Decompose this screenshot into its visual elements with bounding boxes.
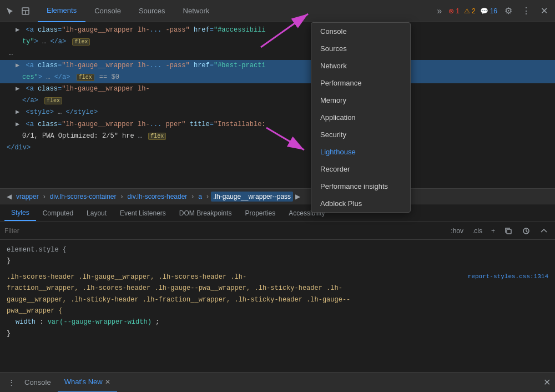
whats-new-label: What's New bbox=[64, 378, 103, 386]
close-button[interactable]: ✕ bbox=[537, 4, 551, 18]
html-line: ▶ <a class="lh-gauge__wrapper lh- bbox=[0, 83, 555, 95]
dropdown-item-adblock[interactable]: Adblock Plus bbox=[311, 195, 410, 212]
error-icon: ⊗ bbox=[448, 7, 454, 15]
breadcrumb-item-scores-header[interactable]: div.lh-scores-header bbox=[125, 192, 190, 202]
expand-triangle[interactable]: ▶ bbox=[16, 62, 19, 69]
tab-dropdown-menu: Console Sources Network Performance Memo… bbox=[311, 22, 411, 213]
whats-new-close[interactable]: ✕ bbox=[105, 378, 110, 386]
warning-icon: ⚠ bbox=[464, 7, 470, 15]
dropdown-item-security[interactable]: Security bbox=[311, 126, 410, 143]
html-line: … bbox=[0, 48, 555, 59]
tab-styles[interactable]: Styles bbox=[4, 205, 36, 221]
copy-icon[interactable] bbox=[502, 224, 515, 238]
chat-icon: 💬 bbox=[480, 7, 488, 15]
html-line-selected: ▶ <a class="lh-gauge__wrapper lh-... -pa… bbox=[0, 60, 555, 72]
styles-filter-bar: :hov .cls + bbox=[0, 222, 555, 240]
styles-tab-bar: Styles Computed Layout Event Listeners D… bbox=[0, 204, 555, 222]
html-line: 0/1, PWA Optimized: 2/5" hre … flex bbox=[0, 130, 555, 142]
breadcrumb-item-scores-container[interactable]: div.lh-scores-container bbox=[48, 192, 119, 202]
css-content: element.style { } report-styles.css:1314… bbox=[0, 240, 555, 348]
breadcrumb-separator: › bbox=[204, 193, 211, 200]
hov-button[interactable]: :hov bbox=[448, 226, 466, 236]
tab-elements[interactable]: Elements bbox=[38, 0, 85, 22]
css-rule-lh-scores: report-styles.css:1314 .lh-scores-header… bbox=[7, 272, 548, 339]
tab-computed[interactable]: Computed bbox=[36, 206, 80, 220]
info-badge[interactable]: 💬 16 bbox=[480, 7, 497, 15]
expand-triangle[interactable]: ▶ bbox=[16, 108, 19, 116]
tab-layout[interactable]: Layout bbox=[80, 206, 113, 220]
state-buttons: :hov .cls + bbox=[448, 226, 497, 236]
tab-overflow-button[interactable]: » bbox=[432, 3, 446, 19]
toolbar-icon-group bbox=[4, 6, 31, 17]
breadcrumb-separator: › bbox=[41, 193, 48, 200]
error-badge[interactable]: ⊗ 1 bbox=[448, 7, 460, 15]
breadcrumb-right-arrow[interactable]: ▶ bbox=[293, 193, 302, 200]
error-count: 1 bbox=[456, 7, 460, 15]
html-line: </div> bbox=[0, 142, 555, 154]
bottom-close-button[interactable]: ✕ bbox=[543, 377, 551, 388]
filter-input[interactable] bbox=[4, 227, 444, 235]
css-rule-element: element.style { } bbox=[7, 244, 548, 267]
flex-badge: flex bbox=[77, 74, 94, 81]
html-line: ty"> … </a> flex bbox=[0, 36, 555, 48]
dropdown-item-performance-insights[interactable]: Performance insights bbox=[311, 178, 410, 195]
tab-network[interactable]: Network bbox=[174, 0, 219, 22]
expand-icon[interactable] bbox=[537, 224, 551, 238]
bottom-tab-whats-new[interactable]: What's New ✕ bbox=[58, 373, 117, 393]
flex-badge: flex bbox=[148, 133, 166, 140]
dropdown-item-console[interactable]: Console bbox=[311, 23, 410, 40]
html-panel: ▶ <a class="lh-gauge__wrapper lh-... -pa… bbox=[0, 22, 555, 189]
expand-triangle[interactable]: ▶ bbox=[16, 26, 19, 34]
breadcrumb-item-gauge-wrapper-pass[interactable]: .lh-gauge__wrapper--pass bbox=[211, 192, 293, 202]
computed-styles-icon[interactable] bbox=[519, 224, 533, 238]
tab-event-listeners[interactable]: Event Listeners bbox=[113, 206, 173, 220]
cls-button[interactable]: .cls bbox=[470, 226, 485, 236]
dropdown-item-application[interactable]: Application bbox=[311, 109, 410, 126]
devtools-toolbar: Elements Console Sources Network » ⊗ 1 ⚠… bbox=[0, 0, 555, 22]
expand-triangle[interactable]: ▶ bbox=[16, 120, 19, 128]
tab-dom-breakpoints[interactable]: DOM Breakpoints bbox=[173, 206, 239, 220]
tab-console[interactable]: Console bbox=[85, 0, 130, 22]
css-source-link[interactable]: report-styles.css:1314 bbox=[468, 272, 548, 282]
info-count: 16 bbox=[490, 7, 497, 15]
main-content: ▶ <a class="lh-gauge__wrapper lh-... -pa… bbox=[0, 22, 555, 372]
more-button[interactable]: ⋮ bbox=[519, 4, 533, 18]
dropdown-item-performance[interactable]: Performance bbox=[311, 74, 410, 92]
flex-badge: flex bbox=[72, 38, 90, 46]
html-line: ▶ <style> … </style> bbox=[0, 107, 555, 118]
dropdown-item-memory[interactable]: Memory bbox=[311, 92, 410, 109]
warning-count: 2 bbox=[472, 7, 476, 15]
flex-badge: flex bbox=[44, 97, 62, 104]
breadcrumb-item-a[interactable]: a bbox=[196, 192, 204, 202]
tab-properties[interactable]: Properties bbox=[239, 206, 282, 220]
add-button[interactable]: + bbox=[489, 226, 497, 236]
bottom-bar: ⋮ Console What's New ✕ ✕ bbox=[0, 372, 555, 392]
settings-button[interactable]: ⚙ bbox=[502, 4, 515, 18]
cursor-icon[interactable] bbox=[4, 6, 16, 17]
html-line: ▶ <a class="lh-gauge__wrapper lh-... ppe… bbox=[0, 119, 555, 130]
breadcrumb-bar: ◀ vrapper › div.lh-scores-container › di… bbox=[0, 189, 555, 204]
html-line-selected: ces"> … </a> flex == $0 bbox=[0, 72, 555, 83]
breadcrumb-separator: › bbox=[189, 193, 196, 200]
tab-bar: Elements Console Sources Network bbox=[38, 0, 430, 22]
breadcrumb-item-wrapper[interactable]: vrapper bbox=[14, 192, 41, 202]
bottom-tab-console[interactable]: Console bbox=[18, 373, 58, 393]
svg-rect-3 bbox=[507, 229, 511, 234]
dropdown-item-network[interactable]: Network bbox=[311, 57, 410, 74]
warning-badge[interactable]: ⚠ 2 bbox=[464, 7, 476, 15]
html-line: </a> flex bbox=[0, 95, 555, 107]
toolbar-right: ⊗ 1 ⚠ 2 💬 16 ⚙ ⋮ ✕ bbox=[448, 4, 551, 18]
breadcrumb-separator: › bbox=[119, 193, 125, 200]
layout-icon[interactable] bbox=[20, 6, 31, 17]
dropdown-item-sources[interactable]: Sources bbox=[311, 40, 410, 57]
svg-line-6 bbox=[526, 231, 528, 233]
expand-triangle[interactable]: ▶ bbox=[16, 85, 19, 93]
bottom-dot-menu[interactable]: ⋮ bbox=[4, 376, 18, 389]
dropdown-item-lighthouse[interactable]: Lighthouse bbox=[311, 143, 410, 160]
breadcrumb-left-arrow[interactable]: ◀ bbox=[4, 193, 14, 200]
html-line: ▶ <a class="lh-gauge__wrapper lh-... -pa… bbox=[0, 24, 555, 36]
tab-sources[interactable]: Sources bbox=[130, 0, 174, 22]
dropdown-item-recorder[interactable]: Recorder bbox=[311, 160, 410, 178]
